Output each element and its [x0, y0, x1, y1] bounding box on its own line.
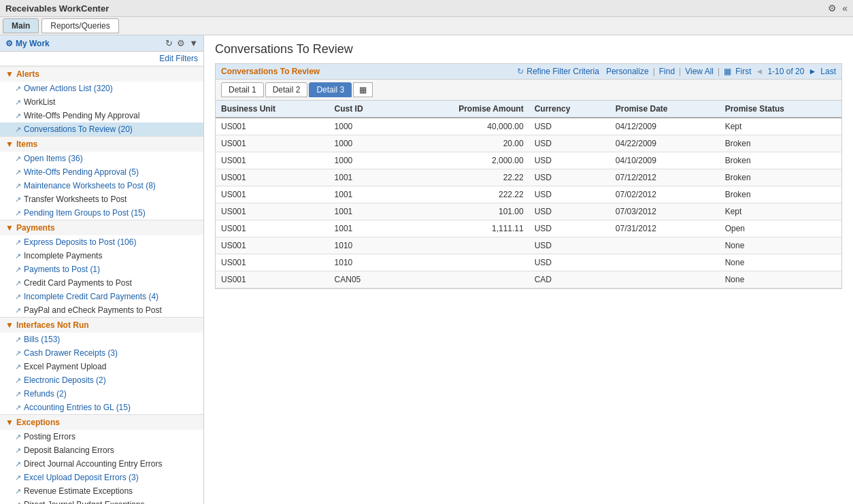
nav-item-payments-to-post[interactable]: ↗Payments to Post (1) [0, 263, 203, 276]
nav-label-writeoffs-pending-approval: Write-Offs Pending Approval (5) [24, 167, 139, 177]
nav-item-electronic-deposits[interactable]: ↗Electronic Deposits (2) [0, 373, 203, 387]
refresh-icon[interactable]: ↻ [165, 38, 173, 48]
table-row[interactable]: US001100020.00USD04/22/2009Broken [216, 135, 841, 152]
tab-main[interactable]: Main [3, 18, 39, 33]
nav-item-accounting-entries[interactable]: ↗Accounting Entries to GL (15) [0, 401, 203, 414]
nav-label-transfer-worksheets: Transfer Worksheets to Post [24, 195, 127, 204]
nav-label-worklist: WorkList [24, 97, 55, 107]
main-layout: ⚙ My Work ↻ ⚙ ▼ Edit Filters ▼ Alerts↗Ow… [0, 35, 853, 504]
tab-detail3[interactable]: Detail 3 [309, 82, 352, 97]
gear-icon[interactable]: ⚙ [828, 3, 837, 14]
edit-filters-link[interactable]: Edit Filters [0, 52, 203, 66]
nav-label-owner-actions: Owner Actions List (320) [24, 84, 113, 93]
first-label[interactable]: First [735, 67, 751, 76]
nav-link-icon: ↗ [15, 349, 21, 358]
cell-row0-col5: Kept [720, 118, 841, 135]
table-row[interactable]: US001CAN05CADNone [216, 271, 841, 288]
cell-row0-col4: 04/12/2009 [610, 118, 720, 135]
last-label[interactable]: Last [820, 67, 836, 76]
table-row[interactable]: US001100122.22USD07/12/2012Broken [216, 169, 841, 186]
nav-label-pending-item-groups: Pending Item Groups to Post (15) [24, 208, 146, 218]
sidebar-topbar-icons: ↻ ⚙ ▼ [165, 38, 198, 48]
nav-item-writeoffs-pending[interactable]: ↗Write-Offs Pending My Approval [0, 109, 203, 122]
settings-icon[interactable]: ⚙ [177, 38, 185, 48]
col-business-unit: Business Unit [216, 101, 329, 118]
nav-item-deposit-balancing[interactable]: ↗Deposit Balancing Errors [0, 443, 203, 457]
nav-item-conversations-review[interactable]: ↗Conversations To Review (20) [0, 122, 203, 136]
nav-item-open-items[interactable]: ↗Open Items (36) [0, 152, 203, 165]
section-header-alerts[interactable]: ▼ Alerts [0, 66, 203, 82]
pagination-text: 1-10 of 20 [767, 67, 804, 76]
nav-link-icon: ↗ [15, 279, 21, 288]
cell-row9-col0: US001 [216, 271, 329, 288]
cell-row4-col0: US001 [216, 186, 329, 203]
nav-item-bills[interactable]: ↗Bills (153) [0, 333, 203, 346]
section-header-payments[interactable]: ▼ Payments [0, 220, 203, 235]
nav-item-excel-upload[interactable]: ↗Excel Payment Upload [0, 360, 203, 373]
table-row[interactable]: US00110011,111.11USD07/31/2012Open [216, 220, 841, 237]
nav-item-direct-journal-budget[interactable]: ↗Direct Journal Budget Exceptions [0, 498, 203, 504]
nav-item-incomplete-cc-payments[interactable]: ↗Incomplete Credit Card Payments (4) [0, 290, 203, 303]
nav-item-excel-upload-errors[interactable]: ↗Excel Upload Deposit Errors (3) [0, 471, 203, 484]
next-icon[interactable]: ► [808, 67, 816, 76]
prev-icon[interactable]: ◄ [755, 67, 763, 76]
data-table: Business Unit Cust ID Promise Amount Cur… [216, 101, 841, 288]
nav-link-icon: ↗ [15, 195, 21, 204]
nav-item-transfer-worksheets[interactable]: ↗Transfer Worksheets to Post [0, 192, 203, 206]
refine-filter-link[interactable]: ↻ Refine Filter Criteria [517, 67, 599, 76]
cell-row2-col5: Broken [720, 152, 841, 169]
nav-item-pending-item-groups[interactable]: ↗Pending Item Groups to Post (15) [0, 206, 203, 220]
section-header-exceptions[interactable]: ▼ Exceptions [0, 414, 203, 430]
table-row[interactable]: US0011001101.00USD07/03/2012Kept [216, 203, 841, 220]
collapse-icon[interactable]: « [842, 3, 848, 14]
table-row[interactable]: US001100040,000.00USD04/12/2009Kept [216, 118, 841, 135]
tab-detail2[interactable]: Detail 2 [265, 82, 308, 97]
cell-row7-col3: USD [529, 237, 610, 254]
nav-item-incomplete-payments[interactable]: ↗Incomplete Payments [0, 249, 203, 263]
nav-item-credit-card-payments[interactable]: ↗Credit Card Payments to Post [0, 276, 203, 290]
sidebar-sections: ▼ Alerts↗Owner Actions List (320)↗WorkLi… [0, 66, 203, 504]
nav-item-express-deposits[interactable]: ↗Express Deposits to Post (106) [0, 235, 203, 249]
cell-row7-col4 [610, 237, 720, 254]
table-row[interactable]: US0011001222.22USD07/02/2012Broken [216, 186, 841, 203]
table-row[interactable]: US00110002,000.00USD04/10/2009Broken [216, 152, 841, 169]
cell-row9-col1: CAN05 [329, 271, 398, 288]
view-all-link[interactable]: View All [685, 67, 714, 76]
section-header-items[interactable]: ▼ Items [0, 136, 203, 152]
tab-reports[interactable]: Reports/Queries [41, 18, 118, 33]
tab-grid-icon[interactable]: ▦ [353, 82, 373, 97]
cell-row4-col4: 07/02/2012 [610, 186, 720, 203]
cell-row1-col5: Broken [720, 135, 841, 152]
my-work-label[interactable]: ⚙ My Work [5, 39, 50, 48]
nav-link-icon: ↗ [15, 182, 21, 190]
nav-item-revenue-estimate[interactable]: ↗Revenue Estimate Exceptions [0, 484, 203, 498]
dropdown-icon[interactable]: ▼ [189, 38, 198, 48]
nav-item-owner-actions[interactable]: ↗Owner Actions List (320) [0, 82, 203, 95]
table-row[interactable]: US0011010USDNone [216, 254, 841, 271]
nav-item-worklist[interactable]: ↗WorkList [0, 95, 203, 109]
nav-item-refunds[interactable]: ↗Refunds (2) [0, 387, 203, 401]
cell-row2-col3: USD [529, 152, 610, 169]
nav-item-posting-errors[interactable]: ↗Posting Errors [0, 430, 203, 443]
table-row[interactable]: US0011010USDNone [216, 237, 841, 254]
nav-item-writeoffs-pending-approval[interactable]: ↗Write-Offs Pending Approval (5) [0, 165, 203, 179]
cell-row8-col2 [397, 254, 529, 271]
personalize-link[interactable]: Personalize [606, 67, 649, 76]
nav-link-icon: ↗ [15, 292, 21, 301]
tab-detail1[interactable]: Detail 1 [221, 82, 264, 97]
section-header-interfaces[interactable]: ▼ Interfaces Not Run [0, 317, 203, 333]
cell-row1-col4: 04/22/2009 [610, 135, 720, 152]
col-promise-amount: Promise Amount [397, 101, 529, 118]
nav-item-paypal-echeck[interactable]: ↗PayPal and eCheck Payments to Post [0, 303, 203, 317]
header-icons: ⚙ « [828, 3, 848, 14]
col-promise-date: Promise Date [610, 101, 720, 118]
grid-icon[interactable]: ▦ [724, 67, 731, 76]
cell-row3-col2: 22.22 [397, 169, 529, 186]
sidebar: ⚙ My Work ↻ ⚙ ▼ Edit Filters ▼ Alerts↗Ow… [0, 35, 204, 504]
nav-item-maintenance-worksheets[interactable]: ↗Maintenance Worksheets to Post (8) [0, 179, 203, 192]
nav-item-cash-drawer[interactable]: ↗Cash Drawer Receipts (3) [0, 346, 203, 360]
arrow-icon: ▼ [5, 69, 14, 79]
nav-item-direct-journal[interactable]: ↗Direct Journal Accounting Entry Errors [0, 457, 203, 471]
find-link[interactable]: Find [659, 67, 675, 76]
nav-label-posting-errors: Posting Errors [24, 432, 76, 441]
